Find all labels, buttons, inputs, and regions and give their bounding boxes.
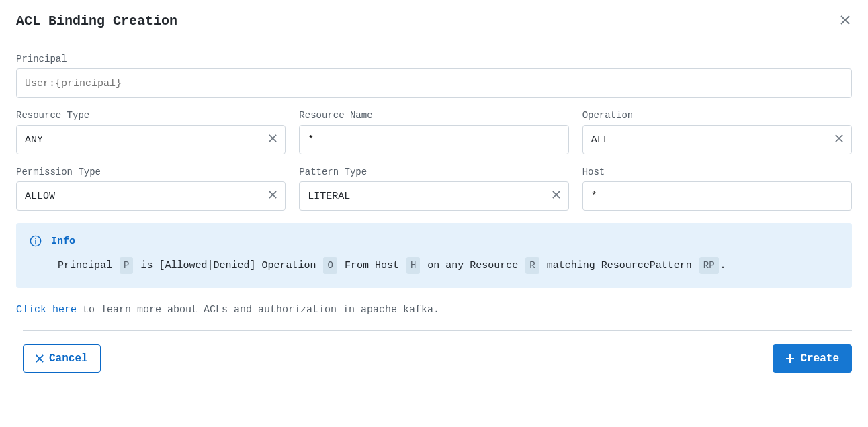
info-title: Info (51, 236, 75, 247)
info-text: Principal (58, 260, 118, 271)
resource-type-label: Resource Type (16, 110, 286, 121)
info-text: is [Allowed|Denied] Operation (134, 260, 322, 271)
dialog-title: ACL Binding Creation (16, 13, 177, 29)
pattern-type-value: LITERAL (308, 191, 350, 202)
info-text: From Host (339, 260, 405, 271)
operation-label: Operation (582, 110, 852, 121)
info-icon (30, 235, 42, 247)
create-button[interactable]: Create (773, 344, 852, 373)
resource-type-select[interactable]: ANY (16, 125, 286, 154)
principal-input[interactable] (16, 68, 852, 98)
kbd-principal: P (120, 257, 133, 274)
clear-icon[interactable] (269, 190, 277, 202)
close-icon (840, 14, 850, 28)
close-button[interactable] (838, 15, 852, 28)
permission-type-value: ALLOW (25, 191, 55, 202)
info-body: Principal P is [Allowed|Denied] Operatio… (30, 256, 838, 275)
info-box: Info Principal P is [Allowed|Denied] Ope… (16, 223, 852, 288)
plus-icon (785, 354, 795, 363)
resource-name-label: Resource Name (299, 110, 568, 121)
learn-more-text: Click here to learn more about ACLs and … (16, 304, 852, 316)
info-text: . (720, 260, 726, 271)
cancel-button[interactable]: Cancel (23, 344, 101, 373)
kbd-resource-pattern: RP (699, 257, 719, 274)
cancel-label: Cancel (49, 352, 88, 365)
operation-select[interactable]: ALL (582, 125, 852, 154)
clear-icon[interactable] (552, 190, 560, 202)
info-text: matching ResourcePattern (541, 260, 698, 271)
pattern-type-label: Pattern Type (299, 167, 568, 177)
pattern-type-select[interactable]: LITERAL (299, 181, 568, 211)
learn-more-rest: to learn more about ACLs and authorizati… (77, 304, 439, 316)
create-label: Create (800, 352, 839, 365)
close-icon (36, 354, 44, 363)
permission-type-select[interactable]: ALLOW (16, 181, 286, 211)
kbd-resource: R (525, 257, 539, 274)
host-label: Host (582, 167, 852, 177)
permission-type-label: Permission Type (16, 167, 286, 177)
resource-name-input[interactable] (299, 125, 568, 154)
principal-label: Principal (16, 54, 852, 64)
operation-value: ALL (591, 134, 609, 146)
svg-point-1 (35, 238, 36, 240)
kbd-host: H (406, 257, 420, 274)
info-text: on any Resource (421, 260, 524, 271)
clear-icon[interactable] (835, 134, 843, 146)
clear-icon[interactable] (269, 134, 277, 146)
kbd-operation: O (323, 257, 337, 274)
host-input[interactable] (582, 181, 852, 211)
resource-type-value: ANY (25, 134, 43, 146)
learn-more-link[interactable]: Click here (16, 304, 77, 316)
